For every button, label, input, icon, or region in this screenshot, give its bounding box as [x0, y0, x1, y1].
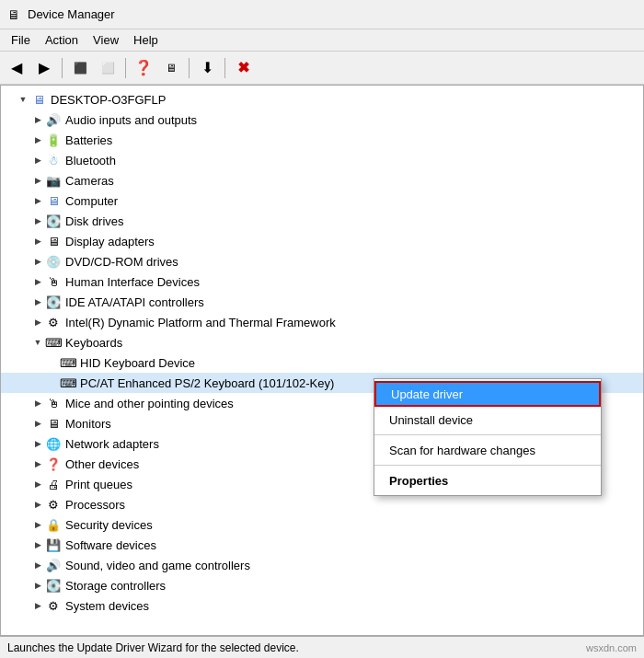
display-label: Display adapters [65, 235, 155, 248]
toolbar-btn-3[interactable]: 🖥 [158, 55, 184, 81]
toolbar: ◀ ▶ ⬛ ⬜ ❓ 🖥 ⬇ ✖ [0, 52, 644, 85]
batteries-icon: 🔋 [45, 132, 62, 148]
hid-keyboard-label: HID Keyboard Device [80, 356, 195, 370]
ctx-scan-hardware[interactable]: Scan for hardware changes [374, 437, 601, 463]
arrow: ▼ [30, 338, 45, 347]
tree-item-software[interactable]: ▶ 💾 Software devices [1, 535, 643, 555]
arrow: ▶ [30, 540, 45, 549]
arrow: ▶ [30, 479, 45, 489]
tree-item-computer[interactable]: ▶ 🖥 Computer [1, 190, 643, 211]
arrow: ▶ [30, 216, 45, 225]
app-icon: 🖥 [7, 7, 22, 22]
tree-item-dvd[interactable]: ▶ 💿 DVD/CD-ROM drives [1, 251, 643, 271]
tree-item-bluetooth[interactable]: ▶ ☃ Bluetooth [1, 150, 643, 170]
storage-icon: 💽 [45, 577, 62, 594]
tree-item-keyboards[interactable]: ▼ ⌨ Keyboards [1, 332, 643, 352]
other-label: Other devices [65, 457, 139, 471]
tree-item-hid[interactable]: ▶ 🖱 Human Interface Devices [1, 271, 643, 292]
tree-item-processors[interactable]: ▶ ⚙ Processors [1, 494, 643, 514]
ide-label: IDE ATA/ATAPI controllers [65, 295, 204, 309]
pcat-keyboard-icon: ⌨ [60, 375, 76, 391]
sound-icon: 🔊 [45, 557, 62, 573]
software-icon: 💾 [45, 537, 62, 553]
arrow: ▶ [30, 439, 45, 448]
arrow: ▶ [30, 156, 45, 165]
toolbar-btn-4[interactable]: ⬇ [194, 55, 220, 81]
print-label: Print queues [65, 478, 132, 491]
monitors-icon: 🖥 [45, 415, 62, 432]
tree-item-storage[interactable]: ▶ 💽 Storage controllers [1, 575, 643, 595]
tree-item-audio[interactable]: ▶ 🔊 Audio inputs and outputs [1, 110, 643, 130]
status-bar: Launches the Update Driver Wizard for th… [0, 636, 644, 658]
title-bar: 🖥 Device Manager [0, 0, 644, 29]
arrow: ▶ [30, 196, 45, 205]
software-label: Software devices [65, 538, 156, 552]
tree-item-security[interactable]: ▶ 🔒 Security devices [1, 514, 643, 535]
ctx-separator [374, 434, 601, 435]
root-arrow: ▼ [16, 95, 30, 104]
disk-label: Disk drives [65, 214, 124, 228]
storage-label: Storage controllers [65, 579, 166, 593]
network-icon: 🌐 [45, 435, 62, 452]
disk-icon: 💽 [45, 213, 62, 229]
arrow: ▶ [30, 581, 45, 590]
tree-item-display[interactable]: ▶ 🖥 Display adapters [1, 231, 643, 251]
forward-button[interactable]: ▶ [31, 55, 57, 81]
security-label: Security devices [65, 518, 153, 532]
ctx-update-driver[interactable]: Update driver [374, 381, 601, 407]
hid-icon: 🖱 [45, 273, 62, 290]
tree-item-disk[interactable]: ▶ 💽 Disk drives [1, 211, 643, 231]
system-icon: ⚙ [45, 597, 62, 614]
arrow: ▶ [30, 398, 45, 408]
tree-item-sound[interactable]: ▶ 🔊 Sound, video and game controllers [1, 555, 643, 575]
tree-root[interactable]: ▼ 🖥 DESKTOP-O3FGFLP [1, 89, 643, 110]
cameras-icon: 📷 [45, 172, 62, 189]
root-icon: 🖥 [30, 91, 47, 108]
menu-view[interactable]: View [86, 31, 126, 49]
audio-icon: 🔊 [45, 111, 62, 128]
menu-help[interactable]: Help [126, 31, 166, 49]
display-icon: 🖥 [45, 233, 62, 249]
arrow: ▶ [30, 257, 45, 266]
mice-label: Mice and other pointing devices [65, 397, 234, 410]
tree-item-cameras[interactable]: ▶ 📷 Cameras [1, 170, 643, 190]
tree-item-intel[interactable]: ▶ ⚙ Intel(R) Dynamic Platform and Therma… [1, 312, 643, 332]
tree-item-system[interactable]: ▶ ⚙ System devices [1, 595, 643, 616]
watermark: wsxdn.com [586, 642, 637, 653]
menu-file[interactable]: File [4, 31, 38, 49]
device-tree[interactable]: ▼ 🖥 DESKTOP-O3FGFLP ▶ 🔊 Audio inputs and… [1, 86, 643, 635]
arrow: ▶ [30, 601, 45, 610]
sound-label: Sound, video and game controllers [65, 559, 250, 572]
menu-bar: File Action View Help [0, 29, 644, 52]
ide-icon: 💽 [45, 294, 62, 310]
computer-icon: 🖥 [45, 192, 62, 209]
arrow: ▶ [30, 176, 45, 185]
dvd-icon: 💿 [45, 253, 62, 270]
tree-item-batteries[interactable]: ▶ 🔋 Batteries [1, 130, 643, 150]
computer-label: Computer [65, 194, 118, 208]
help-button[interactable]: ❓ [131, 55, 156, 81]
bluetooth-label: Bluetooth [65, 154, 116, 167]
menu-action[interactable]: Action [38, 31, 86, 49]
arrow: ▶ [30, 135, 45, 144]
back-button[interactable]: ◀ [4, 55, 29, 81]
dvd-label: DVD/CD-ROM drives [65, 255, 178, 269]
keyboards-icon: ⌨ [45, 334, 62, 351]
delete-button[interactable]: ✖ [230, 55, 256, 81]
ctx-uninstall-device[interactable]: Uninstall device [374, 407, 601, 433]
keyboards-label: Keyboards [65, 336, 122, 350]
tree-item-hid-keyboard[interactable]: ⌨ HID Keyboard Device [1, 352, 643, 373]
processors-label: Processors [65, 498, 125, 512]
pcat-keyboard-label: PC/AT Enhanced PS/2 Keyboard (101/102-Ke… [80, 376, 334, 390]
hid-label: Human Interface Devices [65, 275, 200, 289]
cameras-label: Cameras [65, 174, 114, 188]
toolbar-btn-2[interactable]: ⬜ [95, 55, 121, 81]
arrow: ▶ [30, 459, 45, 468]
main-content: ▼ 🖥 DESKTOP-O3FGFLP ▶ 🔊 Audio inputs and… [0, 85, 644, 636]
arrow: ▶ [30, 237, 45, 246]
title-bar-text: Device Manager [28, 7, 115, 21]
ctx-properties[interactable]: Properties [374, 468, 601, 493]
toolbar-separator-2 [125, 58, 126, 78]
toolbar-btn-1[interactable]: ⬛ [67, 55, 93, 81]
tree-item-ide[interactable]: ▶ 💽 IDE ATA/ATAPI controllers [1, 292, 643, 312]
